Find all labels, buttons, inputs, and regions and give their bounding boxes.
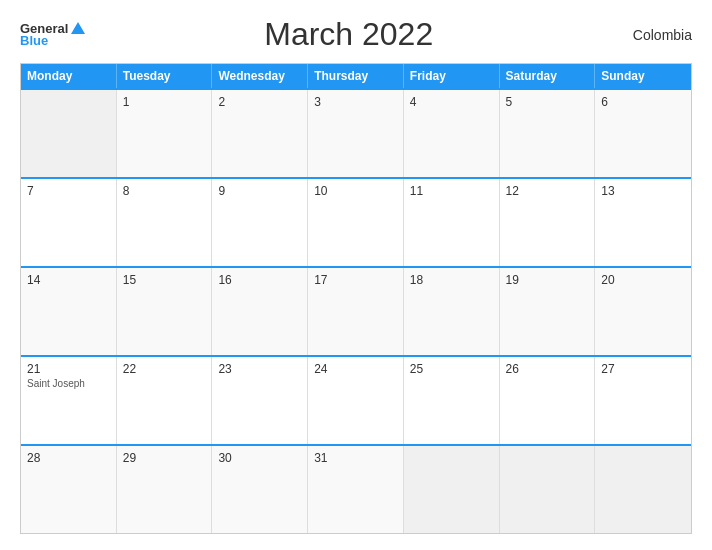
calendar-week-5: 28293031	[21, 444, 691, 533]
calendar-cell-w5-d4: 31	[308, 446, 404, 533]
calendar-cell-w2-d4: 10	[308, 179, 404, 266]
day-number: 5	[506, 95, 589, 109]
header-sunday: Sunday	[595, 64, 691, 88]
calendar-cell-w1-d7: 6	[595, 90, 691, 177]
calendar-cell-w1-d3: 2	[212, 90, 308, 177]
calendar-cell-w3-d5: 18	[404, 268, 500, 355]
calendar-cell-w4-d2: 22	[117, 357, 213, 444]
day-number: 2	[218, 95, 301, 109]
header-thursday: Thursday	[308, 64, 404, 88]
header-wednesday: Wednesday	[212, 64, 308, 88]
day-number: 29	[123, 451, 206, 465]
day-number: 25	[410, 362, 493, 376]
day-number: 28	[27, 451, 110, 465]
day-number: 4	[410, 95, 493, 109]
day-number: 22	[123, 362, 206, 376]
calendar-week-4: 21Saint Joseph222324252627	[21, 355, 691, 444]
calendar-header: Monday Tuesday Wednesday Thursday Friday…	[21, 64, 691, 88]
calendar-cell-w1-d5: 4	[404, 90, 500, 177]
calendar-cell-w2-d6: 12	[500, 179, 596, 266]
day-number: 15	[123, 273, 206, 287]
day-number: 12	[506, 184, 589, 198]
day-number: 9	[218, 184, 301, 198]
day-number: 17	[314, 273, 397, 287]
calendar-cell-w3-d1: 14	[21, 268, 117, 355]
calendar-cell-w1-d6: 5	[500, 90, 596, 177]
day-event: Saint Joseph	[27, 378, 110, 389]
calendar-cell-w5-d6	[500, 446, 596, 533]
logo-triangle-icon	[71, 22, 85, 34]
page: General Blue March 2022 Colombia Monday …	[0, 0, 712, 550]
header-monday: Monday	[21, 64, 117, 88]
header-saturday: Saturday	[500, 64, 596, 88]
day-number: 1	[123, 95, 206, 109]
day-number: 20	[601, 273, 685, 287]
page-title: March 2022	[85, 16, 612, 53]
day-number: 23	[218, 362, 301, 376]
calendar-cell-w2-d2: 8	[117, 179, 213, 266]
day-number: 3	[314, 95, 397, 109]
day-number: 18	[410, 273, 493, 287]
day-number: 10	[314, 184, 397, 198]
calendar-cell-w5-d7	[595, 446, 691, 533]
country-label: Colombia	[612, 27, 692, 43]
calendar-cell-w2-d5: 11	[404, 179, 500, 266]
calendar-cell-w4-d3: 23	[212, 357, 308, 444]
logo: General Blue	[20, 22, 85, 47]
calendar-cell-w4-d1: 21Saint Joseph	[21, 357, 117, 444]
day-number: 6	[601, 95, 685, 109]
day-number: 26	[506, 362, 589, 376]
calendar-cell-w5-d1: 28	[21, 446, 117, 533]
day-number: 21	[27, 362, 110, 376]
calendar-week-3: 14151617181920	[21, 266, 691, 355]
day-number: 31	[314, 451, 397, 465]
calendar-cell-w2-d3: 9	[212, 179, 308, 266]
calendar-cell-w1-d4: 3	[308, 90, 404, 177]
day-number: 8	[123, 184, 206, 198]
calendar-cell-w2-d1: 7	[21, 179, 117, 266]
header: General Blue March 2022 Colombia	[20, 16, 692, 53]
day-number: 30	[218, 451, 301, 465]
header-friday: Friday	[404, 64, 500, 88]
day-number: 7	[27, 184, 110, 198]
day-number: 27	[601, 362, 685, 376]
calendar-week-2: 78910111213	[21, 177, 691, 266]
calendar-cell-w3-d2: 15	[117, 268, 213, 355]
calendar-cell-w2-d7: 13	[595, 179, 691, 266]
calendar-cell-w4-d7: 27	[595, 357, 691, 444]
calendar: Monday Tuesday Wednesday Thursday Friday…	[20, 63, 692, 534]
calendar-body: 123456789101112131415161718192021Saint J…	[21, 88, 691, 533]
calendar-cell-w4-d6: 26	[500, 357, 596, 444]
day-number: 14	[27, 273, 110, 287]
calendar-cell-w5-d5	[404, 446, 500, 533]
day-number: 11	[410, 184, 493, 198]
calendar-cell-w5-d2: 29	[117, 446, 213, 533]
calendar-week-1: 123456	[21, 88, 691, 177]
day-number: 13	[601, 184, 685, 198]
calendar-cell-w5-d3: 30	[212, 446, 308, 533]
calendar-cell-w1-d2: 1	[117, 90, 213, 177]
calendar-cell-w3-d6: 19	[500, 268, 596, 355]
day-number: 19	[506, 273, 589, 287]
calendar-cell-w3-d4: 17	[308, 268, 404, 355]
calendar-cell-w4-d4: 24	[308, 357, 404, 444]
logo-blue-label: Blue	[20, 34, 85, 47]
day-number: 24	[314, 362, 397, 376]
calendar-cell-w3-d3: 16	[212, 268, 308, 355]
calendar-cell-w1-d1	[21, 90, 117, 177]
day-number: 16	[218, 273, 301, 287]
header-tuesday: Tuesday	[117, 64, 213, 88]
calendar-cell-w3-d7: 20	[595, 268, 691, 355]
calendar-cell-w4-d5: 25	[404, 357, 500, 444]
